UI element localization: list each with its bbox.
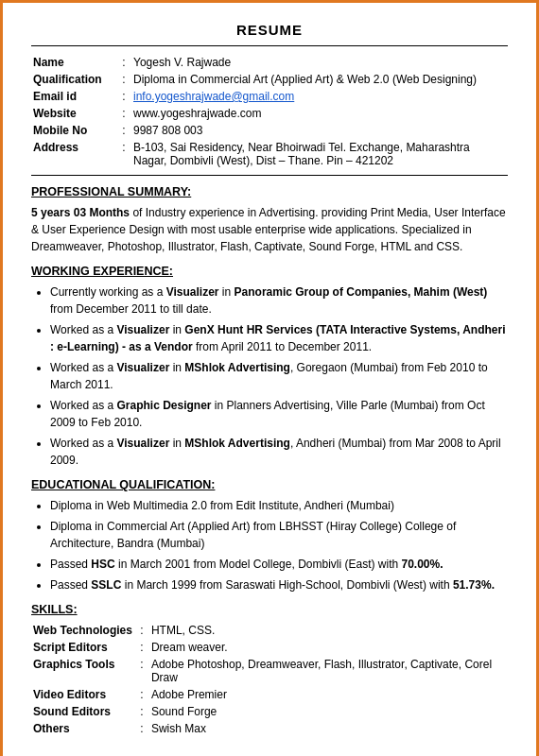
sound-value: Sound Forge xyxy=(149,703,508,720)
script-label: Script Editors xyxy=(31,639,134,656)
graphics-value: Adobe Photoshop, Dreamweaver, Flash, Ill… xyxy=(149,656,508,686)
visualizer-bold-4: Visualizer xyxy=(116,437,169,450)
skills-title: SKILLS: xyxy=(31,603,508,616)
web-tech-value: HTML, CSS. xyxy=(149,622,508,639)
designer-bold: Graphic Designer xyxy=(116,399,211,412)
video-colon: : xyxy=(134,686,149,703)
website-label: Website xyxy=(31,105,116,122)
email-label: Email id xyxy=(31,88,116,105)
graphics-colon: : xyxy=(134,656,149,686)
name-value: Yogesh V. Rajwade xyxy=(131,54,508,71)
company-bold-4: MShlok Advertising xyxy=(184,437,290,450)
name-label: Name xyxy=(31,54,116,71)
name-row: Name : Yogesh V. Rajwade xyxy=(31,54,508,71)
address-row: Address : B-103, Sai Residency, Near Bho… xyxy=(31,139,508,169)
qual-colon: : xyxy=(116,71,131,88)
working-experience-list: Currently working as a Visualizer in Pan… xyxy=(50,284,508,469)
website-colon: : xyxy=(116,105,131,122)
list-item: Worked as a Graphic Designer in Planners… xyxy=(50,397,508,431)
address-colon: : xyxy=(116,139,131,169)
educational-list: Diploma in Web Multimedia 2.0 from Edit … xyxy=(50,497,508,593)
visualizer-bold-3: Visualizer xyxy=(116,361,169,374)
mobile-colon: : xyxy=(116,122,131,139)
mobile-label: Mobile No xyxy=(31,122,116,139)
visualizer-bold-1: Visualizer xyxy=(166,285,219,299)
qual-row: Qualification : Diploma in Commercial Ar… xyxy=(31,71,508,88)
skills-section: SKILLS: Web Technologies : HTML, CSS. Sc… xyxy=(31,603,508,737)
sslc-percent: 51.73%. xyxy=(453,578,495,592)
email-row: Email id : info.yogeshrajwade@gmail.com xyxy=(31,88,508,105)
bottom-divider xyxy=(31,175,508,176)
web-tech-colon: : xyxy=(134,622,149,639)
educational-title: EDUCATIONAL QUALIFICATION: xyxy=(31,478,508,491)
list-item: Worked as a Visualizer in MShlok Adverti… xyxy=(50,435,508,469)
skills-table: Web Technologies : HTML, CSS. Script Edi… xyxy=(31,622,508,737)
mobile-row: Mobile No : 9987 808 003 xyxy=(31,122,508,139)
visualizer-bold-2: Visualizer xyxy=(116,323,169,336)
address-label: Address xyxy=(31,139,116,169)
others-label: Others xyxy=(31,720,134,737)
name-colon: : xyxy=(116,54,131,71)
script-value: Dream weaver. xyxy=(149,639,508,656)
skills-row: Script Editors : Dream weaver. xyxy=(31,639,508,656)
personal-info-table: Name : Yogesh V. Rajwade Qualification :… xyxy=(31,54,508,169)
list-item: Worked as a Visualizer in GenX Hunt HR S… xyxy=(50,321,508,355)
video-value: Adobe Premier xyxy=(149,686,508,703)
email-colon: : xyxy=(116,88,131,105)
company-bold-3: MShlok Advertising xyxy=(184,361,290,374)
address-value: B-103, Sai Residency, Near Bhoirwadi Tel… xyxy=(131,139,508,169)
mobile-value: 9987 808 003 xyxy=(131,122,508,139)
professional-summary-text: 5 years 03 Months of Industry experience… xyxy=(31,204,508,255)
skills-row: Sound Editors : Sound Forge xyxy=(31,703,508,720)
web-tech-label: Web Technologies xyxy=(31,622,134,639)
resume-title: RESUME xyxy=(31,22,508,38)
graphics-label: Graphics Tools xyxy=(31,656,134,686)
skills-row: Graphics Tools : Adobe Photoshop, Dreamw… xyxy=(31,656,508,686)
top-divider xyxy=(31,45,508,46)
educational-section: EDUCATIONAL QUALIFICATION: Diploma in We… xyxy=(31,478,508,593)
address-line2: Nagar, Dombivli (West), Dist – Thane. Pi… xyxy=(133,154,393,167)
others-value: Swish Max xyxy=(149,720,508,737)
skills-row: Video Editors : Adobe Premier xyxy=(31,686,508,703)
website-row: Website : www.yogeshrajwade.com xyxy=(31,105,508,122)
list-item: Diploma in Commercial Art (Applied Art) … xyxy=(50,518,508,552)
professional-summary-section: PROFESSIONAL SUMMARY: 5 years 03 Months … xyxy=(31,185,508,255)
video-label: Video Editors xyxy=(31,686,134,703)
working-experience-section: WORKING EXPERIENCE: Currently working as… xyxy=(31,265,508,469)
script-colon: : xyxy=(134,639,149,656)
others-colon: : xyxy=(134,720,149,737)
sslc-bold: SSLC xyxy=(91,578,121,592)
skills-row: Web Technologies : HTML, CSS. xyxy=(31,622,508,639)
list-item: Worked as a Visualizer in MShlok Adverti… xyxy=(50,359,508,393)
working-experience-title: WORKING EXPERIENCE: xyxy=(31,265,508,278)
sound-label: Sound Editors xyxy=(31,703,134,720)
company-bold-1: Panoramic Group of Companies, Mahim (Wes… xyxy=(235,285,488,299)
experience-bold: 5 years 03 Months xyxy=(31,206,130,219)
website-value: www.yogeshrajwade.com xyxy=(131,105,508,122)
address-line1: B-103, Sai Residency, Near Bhoirwadi Tel… xyxy=(133,141,470,154)
email-link[interactable]: info.yogeshrajwade@gmail.com xyxy=(133,90,294,103)
list-item: Currently working as a Visualizer in Pan… xyxy=(50,284,508,318)
qual-value: Diploma in Commercial Art (Applied Art) … xyxy=(131,71,508,88)
list-item: Diploma in Web Multimedia 2.0 from Edit … xyxy=(50,497,508,514)
list-item: Passed SSLC in March 1999 from Saraswati… xyxy=(50,576,508,593)
qual-label: Qualification xyxy=(31,71,116,88)
hsc-percent: 70.00%. xyxy=(401,558,443,571)
sound-colon: : xyxy=(134,703,149,720)
email-value[interactable]: info.yogeshrajwade@gmail.com xyxy=(131,88,508,105)
skills-row: Others : Swish Max xyxy=(31,720,508,737)
list-item: Passed HSC in March 2001 from Model Coll… xyxy=(50,556,508,573)
hsc-bold: HSC xyxy=(91,558,114,571)
professional-summary-title: PROFESSIONAL SUMMARY: xyxy=(31,185,508,198)
